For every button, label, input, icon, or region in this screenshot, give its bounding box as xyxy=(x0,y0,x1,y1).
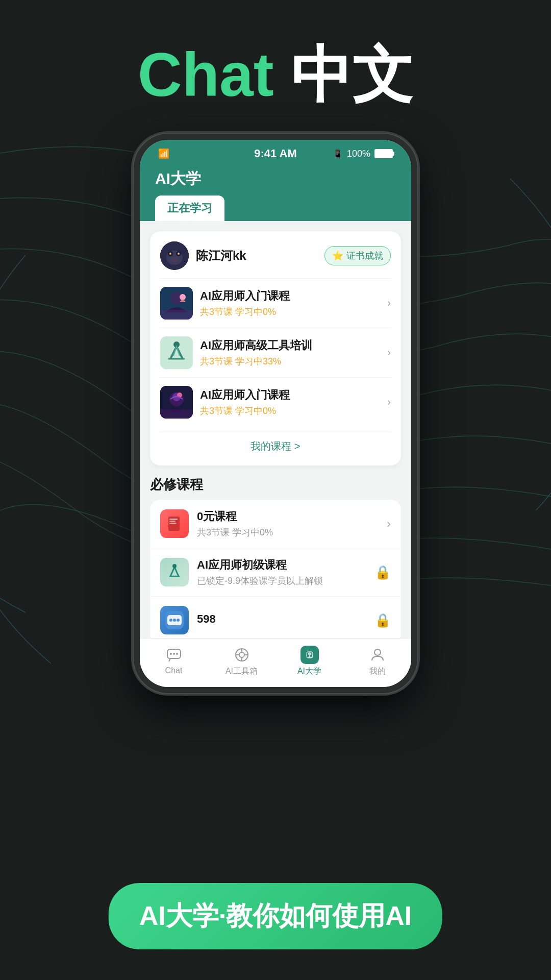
req-name-1: 0元课程 xyxy=(197,509,379,524)
bottom-cta[interactable]: AI大学·教你如何使用AI xyxy=(109,883,442,949)
my-courses-text: 我的课程 > xyxy=(251,440,300,452)
course-info-2: AI应用师高级工具培训 共3节课 学习中33% xyxy=(200,338,380,368)
username: 陈江河kk xyxy=(196,248,246,264)
svg-point-44 xyxy=(374,649,381,655)
course-info-1: AI应用师入门课程 共3节课 学习中0% xyxy=(200,288,380,318)
cert-badge[interactable]: ⭐ 证书成就 xyxy=(324,246,391,265)
req-action-2: 🔒 xyxy=(374,565,391,580)
nav-profile-icon xyxy=(368,646,387,664)
lock-icon-3: 🔒 xyxy=(374,612,391,628)
course-thumb-2 xyxy=(160,336,193,369)
course-meta-2: 共3节课 学习中33% xyxy=(200,355,380,368)
avatar xyxy=(160,241,189,270)
required-item-2[interactable]: AI应用师初级课程 已锁定-9.9体验课学员以上解锁 🔒 xyxy=(150,548,401,597)
svg-point-28 xyxy=(169,619,172,622)
my-courses-link[interactable]: 我的课程 > xyxy=(160,431,391,455)
battery-icon xyxy=(374,149,393,158)
req-info-1: 0元课程 共3节课 学习中0% xyxy=(197,509,379,538)
svg-point-34 xyxy=(176,653,178,655)
cert-label: 证书成就 xyxy=(346,250,383,262)
user-info: 陈江河kk xyxy=(160,241,246,270)
req-info-3: 598 xyxy=(197,612,366,628)
required-item-3[interactable]: 598 🔒 xyxy=(150,597,401,638)
battery-fill xyxy=(375,150,392,157)
svg-rect-12 xyxy=(160,336,193,369)
req-icon-1 xyxy=(160,509,189,538)
phone-screen: 📶 9:41 AM 📱 100% AI大学 正在学习 xyxy=(140,140,411,687)
svg-point-5 xyxy=(169,253,171,255)
course-name-2: AI应用师高级工具培训 xyxy=(200,338,380,353)
cta-text: AI大学·教你如何使用AI xyxy=(139,901,412,930)
arrow-icon-1: › xyxy=(387,517,391,530)
nav-label-profile: 我的 xyxy=(369,666,386,677)
svg-point-33 xyxy=(173,653,175,655)
svg-rect-18 xyxy=(160,409,193,419)
req-name-3: 598 xyxy=(197,612,366,626)
svg-point-7 xyxy=(170,257,179,262)
chevron-right-1: › xyxy=(387,297,391,310)
avatar-image xyxy=(160,241,189,270)
course-thumb-3 xyxy=(160,386,193,419)
req-icon-3 xyxy=(160,606,189,634)
course-name-1: AI应用师入门课程 xyxy=(200,288,380,304)
course-item-1[interactable]: AI应用师入门课程 共3节课 学习中0% › xyxy=(160,278,391,328)
status-left: 📶 xyxy=(158,148,169,159)
nav-item-profile[interactable]: 我的 xyxy=(357,646,398,677)
course-meta-3: 共3节课 学习中0% xyxy=(200,405,380,417)
svg-point-11 xyxy=(180,294,186,300)
nav-item-university[interactable]: AI大学 xyxy=(289,646,330,677)
svg-point-30 xyxy=(177,619,180,622)
nav-chat-icon xyxy=(165,646,183,664)
svg-point-6 xyxy=(178,253,180,255)
tab-learning[interactable]: 正在学习 xyxy=(155,195,224,221)
required-section-title: 必修课程 xyxy=(140,465,411,500)
req-info-2: AI应用师初级课程 已锁定-9.9体验课学员以上解锁 xyxy=(197,557,366,587)
phone-frame: 📶 9:41 AM 📱 100% AI大学 正在学习 xyxy=(133,133,418,694)
user-row: 陈江河kk ⭐ 证书成就 xyxy=(160,241,391,270)
course-info-3: AI应用师入门课程 共3节课 学习中0% xyxy=(200,387,380,417)
svg-rect-23 xyxy=(169,523,177,524)
header-title: Chat 中文 xyxy=(0,41,551,108)
chat-label: Chat xyxy=(138,40,274,109)
nav-toolbox-icon xyxy=(233,646,251,664)
svg-point-25 xyxy=(172,564,177,568)
svg-rect-43 xyxy=(307,657,312,657)
req-meta-1: 共3节课 学习中0% xyxy=(197,526,379,538)
svg-rect-22 xyxy=(169,521,176,522)
svg-point-32 xyxy=(170,653,172,655)
nav-university-icon xyxy=(300,646,319,664)
bottom-nav: Chat AI工具箱 xyxy=(140,638,411,687)
status-right: 📱 100% xyxy=(333,149,393,159)
wifi-icon: 📶 xyxy=(158,148,169,159)
top-tab-bar: 正在学习 xyxy=(155,195,396,221)
app-content: 陈江河kk ⭐ 证书成就 xyxy=(140,221,411,638)
svg-rect-10 xyxy=(160,310,193,320)
course-meta-1: 共3节课 学习中0% xyxy=(200,306,380,318)
required-list: 0元课程 共3节课 学习中0% › xyxy=(150,500,401,638)
app-header: AI大学 正在学习 xyxy=(140,163,411,221)
lock-icon-2: 🔒 xyxy=(374,565,391,580)
battery-percent: 100% xyxy=(347,149,370,159)
bluetooth-icon: 📱 xyxy=(333,149,343,159)
status-time: 9:41 AM xyxy=(254,147,297,160)
star-icon: ⭐ xyxy=(332,250,343,261)
chinese-label: 中文 xyxy=(291,40,413,109)
svg-point-36 xyxy=(239,652,244,657)
chevron-right-2: › xyxy=(387,346,391,359)
svg-point-29 xyxy=(173,619,176,622)
course-item-2[interactable]: AI应用师高级工具培训 共3节课 学习中33% › xyxy=(160,328,391,377)
nav-item-toolbox[interactable]: AI工具箱 xyxy=(221,646,262,677)
svg-rect-21 xyxy=(169,519,178,520)
req-name-2: AI应用师初级课程 xyxy=(197,557,366,573)
course-name-3: AI应用师入门课程 xyxy=(200,387,380,403)
course-item-3[interactable]: AI应用师入门课程 共3节课 学习中0% › xyxy=(160,377,391,427)
req-icon-2 xyxy=(160,558,189,586)
req-action-1: › xyxy=(387,517,391,531)
course-thumb-1 xyxy=(160,287,193,320)
nav-item-chat[interactable]: Chat xyxy=(154,646,194,677)
app-title: AI大学 xyxy=(155,168,396,189)
learning-card: 陈江河kk ⭐ 证书成就 xyxy=(150,231,401,465)
required-item-1[interactable]: 0元课程 共3节课 学习中0% › xyxy=(150,500,401,548)
status-bar: 📶 9:41 AM 📱 100% xyxy=(140,140,411,163)
req-action-3: 🔒 xyxy=(374,612,391,628)
